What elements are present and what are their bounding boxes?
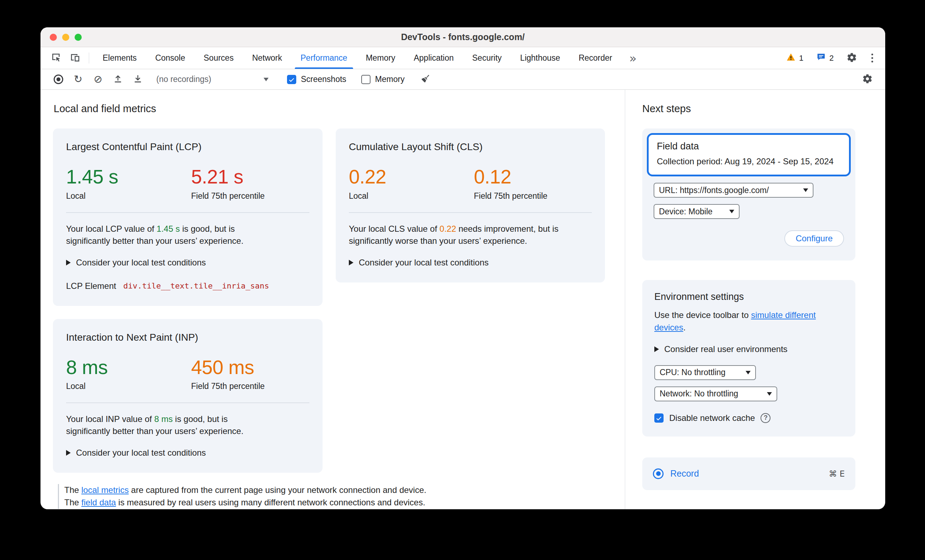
tab-network[interactable]: Network: [243, 47, 291, 69]
lcp-title: Largest Contentful Paint (LCP): [66, 141, 309, 153]
footnote-line-1: The local metrics are captured from the …: [64, 484, 625, 497]
device-toolbar-button[interactable]: [65, 47, 84, 69]
inp-values: 8 ms Local 450 ms Field 75th percentile: [66, 357, 309, 392]
local-metrics-link[interactable]: local metrics: [81, 485, 129, 495]
record-button[interactable]: Record ⌘ E: [642, 458, 856, 490]
configure-button[interactable]: Configure: [784, 230, 844, 247]
save-profile-button[interactable]: [128, 71, 148, 88]
divider: [66, 402, 309, 403]
issues-badge[interactable]: 2: [816, 52, 834, 64]
disclosure-triangle-icon: [66, 260, 71, 266]
more-tabs-button[interactable]: »: [622, 47, 645, 69]
upload-icon: [113, 74, 123, 86]
close-button[interactable]: [50, 34, 57, 41]
lcp-description: Your local LCP value of 1.45 s is good, …: [66, 223, 271, 247]
field-data-highlight: Field data Collection period: Aug 19, 20…: [647, 133, 851, 176]
inp-field-column: 450 ms Field 75th percentile: [191, 357, 265, 392]
check-icon: [288, 76, 295, 83]
disable-cache-label[interactable]: Disable network cache: [669, 413, 755, 423]
field-data-controls: URL: https://fonts.google.com/ Device: M…: [647, 176, 851, 256]
network-throttling-select[interactable]: Network: No throttling: [654, 386, 777, 401]
record-radio-icon: [653, 468, 664, 479]
gear-icon: [862, 74, 873, 86]
metrics-footnote: The local metrics are captured from the …: [58, 484, 625, 509]
disable-cache-row: Disable network cache ?: [654, 413, 843, 423]
memory-checkbox[interactable]: [361, 75, 371, 84]
inp-field-value: 450 ms: [191, 357, 265, 378]
memory-label[interactable]: Memory: [375, 75, 405, 84]
cls-title: Cumulative Layout Shift (CLS): [349, 141, 592, 153]
cpu-throttling-select[interactable]: CPU: No throttling: [654, 365, 756, 380]
url-select[interactable]: URL: https://fonts.google.com/: [654, 183, 814, 198]
environment-settings-text: Use the device toolbar to simulate diffe…: [654, 309, 843, 334]
footnote-line-2: The field data is measured by real users…: [64, 497, 625, 509]
tab-memory[interactable]: Memory: [357, 47, 405, 69]
reload-icon: ↻: [74, 74, 83, 84]
metrics-heading: Local and field metrics: [54, 103, 625, 115]
divider: [66, 212, 309, 213]
cls-field-value: 0.12: [474, 166, 547, 188]
clear-recordings-button[interactable]: ⊘: [88, 71, 108, 88]
screenshots-checkbox[interactable]: [287, 75, 296, 84]
warnings-badge[interactable]: 1: [786, 52, 803, 64]
tab-elements[interactable]: Elements: [93, 47, 146, 69]
tabbar-separator: [89, 53, 89, 63]
help-icon[interactable]: ?: [761, 413, 770, 423]
device-select[interactable]: Device: Mobile: [654, 204, 740, 219]
record-label: Record: [670, 468, 699, 479]
inp-test-conditions-disclosure[interactable]: Consider your local test conditions: [66, 448, 309, 458]
more-tabs-icon: »: [630, 51, 637, 65]
tab-security[interactable]: Security: [463, 47, 511, 69]
screenshots-label[interactable]: Screenshots: [301, 75, 346, 84]
window-titlebar: DevTools - fonts.google.com/: [41, 27, 885, 47]
inp-card: Interaction to Next Paint (INP) 8 ms Loc…: [53, 319, 322, 473]
field-data-link[interactable]: field data: [81, 497, 116, 507]
record-toggle-button[interactable]: [48, 71, 68, 88]
disclosure-triangle-icon: [66, 450, 71, 456]
zoom-button[interactable]: [75, 34, 82, 41]
panel-settings-button[interactable]: [857, 71, 877, 88]
lcp-test-conditions-disclosure[interactable]: Consider your local test conditions: [66, 258, 309, 267]
lcp-field-label: Field 75th percentile: [191, 191, 265, 201]
devtools-settings-button[interactable]: [847, 52, 857, 64]
real-user-environments-disclosure[interactable]: Consider real user environments: [654, 344, 843, 354]
inp-local-column: 8 ms Local: [66, 357, 191, 392]
tab-performance[interactable]: Performance: [291, 47, 357, 69]
lcp-element-row: LCP Element div.tile__text.tile__inria_s…: [66, 281, 309, 291]
lcp-local-label: Local: [66, 191, 191, 201]
panel-content: Local and field metrics Largest Contentf…: [41, 90, 885, 509]
tab-recorder[interactable]: Recorder: [569, 47, 622, 69]
issues-icon: [816, 52, 826, 64]
tab-console[interactable]: Console: [146, 47, 194, 69]
load-profile-button[interactable]: [108, 71, 128, 88]
lcp-field-value: 5.21 s: [191, 166, 265, 188]
lcp-element-label: LCP Element: [66, 281, 116, 291]
disable-cache-checkbox[interactable]: [654, 413, 664, 423]
minimize-button[interactable]: [62, 34, 69, 41]
inp-local-value: 8 ms: [66, 357, 191, 378]
inp-local-label: Local: [66, 381, 191, 391]
tab-application[interactable]: Application: [405, 47, 463, 69]
tab-lighthouse[interactable]: Lighthouse: [511, 47, 569, 69]
memory-checkbox-row: Memory: [361, 75, 405, 84]
inp-title: Interaction to Next Paint (INP): [66, 332, 309, 343]
recordings-dropdown[interactable]: (no recordings): [153, 72, 272, 87]
inspect-element-button[interactable]: [46, 47, 65, 69]
panel-tabs: Elements Console Sources Network Perform…: [93, 47, 622, 69]
warning-count: 1: [799, 54, 803, 63]
cls-test-conditions-disclosure[interactable]: Consider your local test conditions: [349, 258, 592, 267]
lcp-element-link[interactable]: div.tile__text.tile__inria_sans: [123, 281, 269, 290]
chevron-down-icon: [803, 188, 808, 192]
tab-sources[interactable]: Sources: [194, 47, 243, 69]
local-field-metrics-pane: Local and field metrics Largest Contentf…: [41, 90, 625, 509]
cls-values: 0.22 Local 0.12 Field 75th percentile: [349, 166, 592, 201]
devtools-menu-button[interactable]: [870, 54, 875, 63]
cls-field-label: Field 75th percentile: [474, 191, 547, 201]
download-icon: [133, 74, 143, 86]
reload-and-record-button[interactable]: ↻: [68, 71, 88, 88]
collect-garbage-button[interactable]: [415, 71, 435, 88]
gear-icon: [847, 52, 857, 64]
clear-icon: ⊘: [94, 74, 102, 84]
lcp-values: 1.45 s Local 5.21 s Field 75th percentil…: [66, 166, 309, 201]
cls-desc-value: 0.22: [439, 224, 456, 234]
